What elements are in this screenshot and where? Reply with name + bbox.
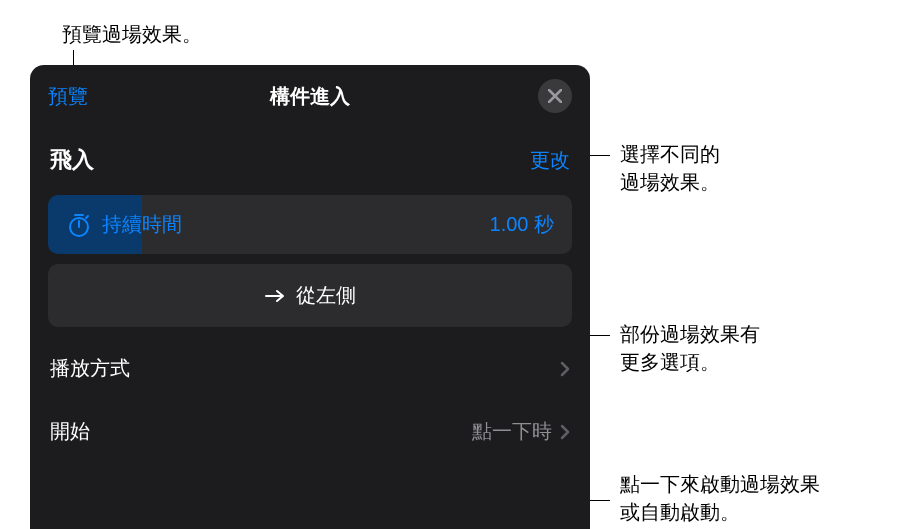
annotation-preview: 預覽過場效果。 bbox=[62, 20, 202, 48]
close-icon bbox=[548, 89, 562, 103]
effect-row: 飛入 更改 bbox=[30, 127, 590, 185]
close-button[interactable] bbox=[538, 79, 572, 113]
preview-button[interactable]: 預覽 bbox=[48, 83, 88, 110]
annotation-change: 選擇不同的 過場效果。 bbox=[620, 140, 720, 196]
start-value: 點一下時 bbox=[472, 418, 552, 445]
annotation-text: 或自動啟動。 bbox=[620, 501, 740, 523]
delivery-row[interactable]: 播放方式 bbox=[30, 337, 590, 400]
annotation-text: 過場效果。 bbox=[620, 171, 720, 193]
annotation-text: 部份過場效果有 bbox=[620, 323, 760, 345]
annotation-start: 點一下來啟動過場效果 或自動啟動。 bbox=[620, 470, 820, 526]
direction-label: 從左側 bbox=[296, 282, 356, 309]
change-button[interactable]: 更改 bbox=[530, 147, 570, 174]
duration-slider[interactable]: 持續時間 1.00 秒 bbox=[48, 195, 572, 254]
svg-line-3 bbox=[86, 216, 88, 218]
annotation-text: 點一下來啟動過場效果 bbox=[620, 473, 820, 495]
annotation-text: 更多選項。 bbox=[620, 351, 720, 373]
chevron-right-icon bbox=[560, 361, 570, 377]
duration-left: 持續時間 bbox=[66, 211, 182, 238]
timer-icon bbox=[66, 212, 92, 238]
direction-button[interactable]: 從左側 bbox=[48, 264, 572, 327]
duration-label: 持續時間 bbox=[102, 211, 182, 238]
panel-title: 構件進入 bbox=[270, 83, 350, 110]
duration-value: 1.00 秒 bbox=[490, 211, 554, 238]
delivery-label: 播放方式 bbox=[50, 355, 130, 382]
chevron-right-icon bbox=[560, 424, 570, 440]
row-right: 點一下時 bbox=[472, 418, 570, 445]
start-label: 開始 bbox=[50, 418, 90, 445]
start-row[interactable]: 開始 點一下時 bbox=[30, 400, 590, 463]
arrow-right-icon bbox=[264, 287, 286, 305]
row-right bbox=[560, 361, 570, 377]
effect-name: 飛入 bbox=[50, 145, 94, 175]
build-in-panel: 預覽 構件進入 飛入 更改 持續時間 1.00 秒 從左側 bbox=[30, 65, 590, 529]
annotation-text: 選擇不同的 bbox=[620, 143, 720, 165]
panel-header: 預覽 構件進入 bbox=[30, 65, 590, 127]
annotation-options: 部份過場效果有 更多選項。 bbox=[620, 320, 760, 376]
